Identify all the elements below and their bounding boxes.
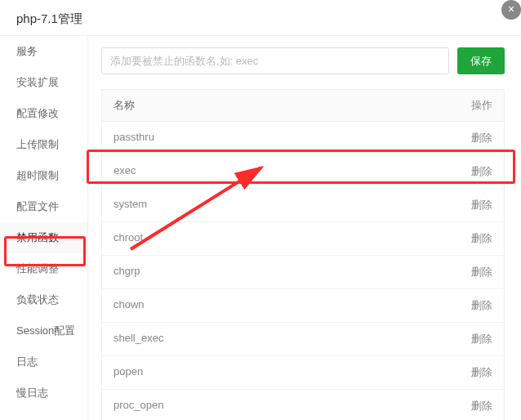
main-panel: 保存 名称 操作 passthru删除exec删除system删除chroot删… <box>88 36 521 420</box>
delete-link[interactable]: 删除 <box>471 132 492 144</box>
function-table: 名称 操作 passthru删除exec删除system删除chroot删除ch… <box>101 89 505 420</box>
function-name: proc_open <box>114 399 460 413</box>
delete-link[interactable]: 删除 <box>471 333 492 345</box>
sidebar-item[interactable]: 服务 <box>0 36 87 67</box>
table-row: system删除 <box>102 189 504 222</box>
function-name: popen <box>114 365 460 380</box>
delete-link[interactable]: 删除 <box>471 400 492 412</box>
function-name: system <box>114 198 460 212</box>
sidebar-item[interactable]: 日志 <box>0 346 87 378</box>
save-button[interactable]: 保存 <box>457 47 505 74</box>
table-row: chown删除 <box>102 289 504 323</box>
function-name: chown <box>114 298 460 313</box>
sidebar-item[interactable]: 负载状态 <box>0 284 87 315</box>
table-row: passthru删除 <box>102 122 504 155</box>
sidebar-item[interactable]: 上传限制 <box>0 129 87 160</box>
delete-link[interactable]: 删除 <box>471 165 492 177</box>
delete-link[interactable]: 删除 <box>471 366 492 378</box>
function-name: chroot <box>114 231 460 246</box>
sidebar-item[interactable]: 配置修改 <box>0 98 87 129</box>
function-name: chgrp <box>114 265 460 279</box>
sidebar-item[interactable]: 慢日志 <box>0 378 87 409</box>
sidebar-item[interactable]: 超时限制 <box>0 160 87 191</box>
column-header-op: 操作 <box>460 98 492 113</box>
delete-link[interactable]: 删除 <box>471 266 492 278</box>
function-name-input[interactable] <box>101 47 449 74</box>
sidebar: 服务安装扩展配置修改上传限制超时限制配置文件禁用函数性能调整负载状态Sessio… <box>0 36 88 420</box>
table-row: chgrp删除 <box>102 256 504 289</box>
sidebar-item[interactable]: 安装扩展 <box>0 67 87 98</box>
table-row: proc_open删除 <box>102 390 504 420</box>
delete-link[interactable]: 删除 <box>471 199 492 211</box>
function-name: passthru <box>114 131 460 145</box>
delete-link[interactable]: 删除 <box>471 232 492 244</box>
close-icon[interactable]: × <box>501 0 521 20</box>
table-row: shell_exec删除 <box>102 323 504 356</box>
column-header-name: 名称 <box>114 98 460 113</box>
sidebar-item[interactable]: 禁用函数 <box>0 222 87 253</box>
sidebar-item[interactable]: 配置文件 <box>0 191 87 222</box>
delete-link[interactable]: 删除 <box>471 299 492 311</box>
table-row: exec删除 <box>102 155 504 189</box>
function-name: exec <box>114 164 460 179</box>
function-name: shell_exec <box>114 332 460 346</box>
table-row: chroot删除 <box>102 222 504 256</box>
dialog-title: php-7.1管理 <box>0 0 521 36</box>
sidebar-item[interactable]: 性能调整 <box>0 253 87 284</box>
sidebar-item[interactable]: Session配置 <box>0 315 87 346</box>
table-row: popen删除 <box>102 356 504 390</box>
